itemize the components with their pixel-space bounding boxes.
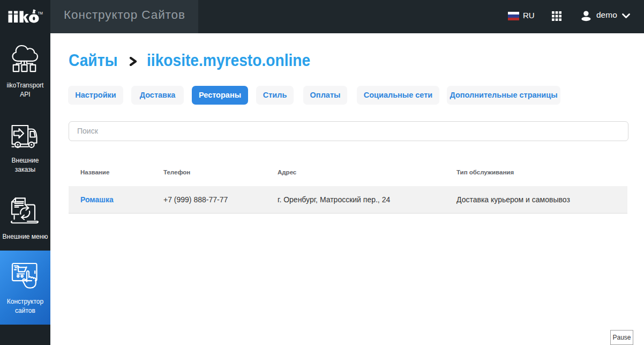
svg-text:TM: TM xyxy=(38,11,43,15)
